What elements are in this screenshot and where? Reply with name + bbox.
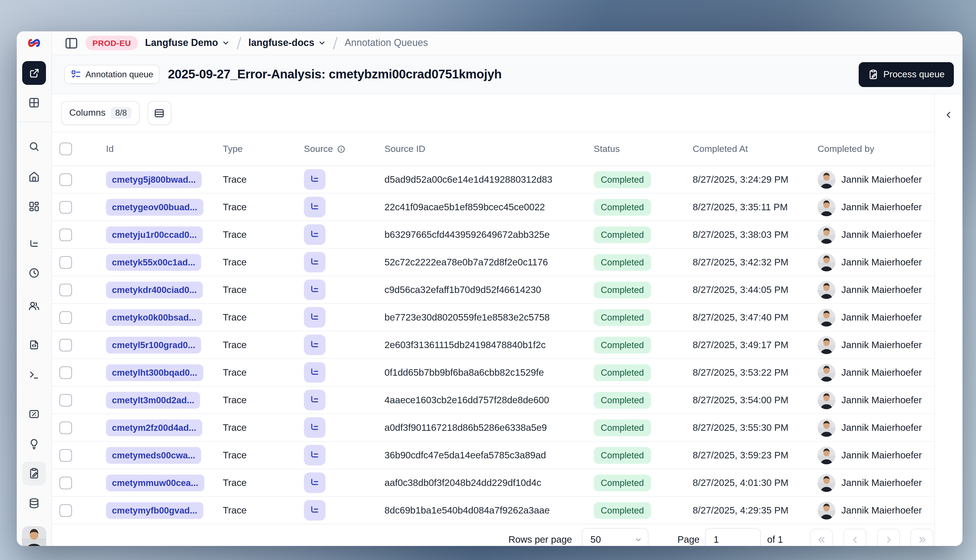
list-tree-icon (309, 395, 320, 405)
row-checkbox[interactable] (60, 283, 72, 296)
sidebar-toggle-button[interactable] (64, 36, 78, 50)
list-tree-icon (309, 477, 320, 488)
chevrons-right-page-button[interactable] (911, 528, 933, 546)
sidebar-item-dashboards[interactable] (22, 195, 46, 218)
row-checkbox[interactable] (60, 256, 72, 268)
collapse-panel-button[interactable] (939, 105, 958, 124)
row-checkbox[interactable] (60, 504, 72, 517)
info-icon[interactable] (337, 145, 345, 153)
row-checkbox[interactable] (60, 338, 72, 351)
source-badge[interactable] (304, 472, 325, 493)
table-row[interactable]: cmetylht300bqad0...Trace0f1dd65b7bb9bf6b… (52, 359, 934, 387)
table-row[interactable]: cmetymmuw00cea...Traceaaf0c38db0f3f2048b… (52, 469, 934, 497)
row-checkbox[interactable] (60, 477, 72, 489)
source-badge[interactable] (304, 417, 325, 438)
source-badge[interactable] (304, 252, 325, 272)
row-checkbox[interactable] (60, 366, 72, 378)
columns-button[interactable]: Columns 8/8 (61, 101, 139, 125)
sidebar-item-tracing[interactable] (22, 232, 46, 256)
clock-icon (28, 267, 40, 279)
environment-badge[interactable]: PROD-EU (85, 36, 138, 50)
lightbulb-icon (28, 438, 40, 450)
langfuse-logo[interactable] (27, 36, 42, 50)
sidebar-item-home[interactable] (22, 165, 46, 188)
row-type: Trace (216, 229, 297, 240)
source-badge[interactable] (304, 280, 325, 300)
row-checkbox[interactable] (60, 394, 72, 406)
chevrons-left-page-button[interactable] (810, 528, 833, 546)
source-badge[interactable] (304, 197, 325, 217)
row-height-button[interactable] (147, 101, 171, 125)
sidebar-item-users[interactable] (22, 294, 46, 318)
table-row[interactable]: cmetyl5r100grad0...Trace2e603f31361115db… (52, 332, 934, 359)
sidebar-item-open-external[interactable] (22, 61, 46, 85)
sidebar-item-annotation-queues[interactable] (22, 462, 46, 485)
sidebar-item-insights[interactable] (22, 432, 46, 456)
row-id-badge[interactable]: cmetymeds00cwa... (106, 447, 201, 463)
table-row[interactable]: cmetyju1r00ccad0...Traceb63297665cfd4439… (52, 221, 934, 248)
table-row[interactable]: cmetykdr400ciad0...Tracec9d56ca32efaff1b… (52, 276, 934, 304)
chevron-right-page-button[interactable] (877, 528, 900, 546)
select-all-checkbox[interactable] (60, 143, 72, 155)
table-row[interactable]: cmetymeds00cwa...Trace36b90cdfc47e5da14e… (52, 442, 934, 469)
table-row[interactable]: cmetyko0k00bsad...Tracebe7723e30d8020559… (52, 304, 934, 332)
list-tree-icon (309, 202, 320, 212)
source-badge[interactable] (304, 169, 325, 190)
source-badge[interactable] (304, 362, 325, 383)
sidebar-item-sessions[interactable] (22, 261, 46, 285)
row-id-badge[interactable]: cmetymyfb00gvad... (106, 502, 203, 518)
breadcrumb-separator (333, 37, 338, 49)
row-id-badge[interactable]: cmetyk55x00c1ad... (106, 254, 201, 270)
table-row[interactable]: cmetymyfb00gvad...Trace8dc69b1ba1e540b4d… (52, 497, 934, 524)
table-row[interactable]: cmetygeov00buad...Trace22c41f09acae5b1ef… (52, 193, 934, 221)
row-type: Trace (216, 394, 297, 406)
source-badge[interactable] (304, 307, 325, 328)
chevron-right-icon (883, 535, 894, 545)
row-checkbox[interactable] (60, 201, 72, 213)
source-badge[interactable] (304, 500, 325, 520)
row-id-badge[interactable]: cmetyju1r00ccad0... (106, 226, 203, 243)
breadcrumb-org[interactable]: Langfuse Demo (145, 37, 230, 48)
table-row[interactable]: cmetym2fz00d4ad...Tracea0df3f901167218d8… (52, 414, 934, 442)
status-badge: Completed (594, 254, 651, 270)
row-checkbox[interactable] (60, 422, 72, 434)
row-id-badge[interactable]: cmetylht300bqad0... (106, 364, 203, 381)
row-source-id: 2e603f31361115db24198478840b1f2c (378, 339, 587, 350)
source-badge[interactable] (304, 445, 325, 465)
sidebar-item-datasets[interactable] (22, 492, 46, 515)
sidebar-item-prompts[interactable] (22, 333, 46, 357)
source-badge[interactable] (304, 390, 325, 410)
row-id-badge[interactable]: cmetygeov00buad... (106, 198, 203, 215)
user-avatar-button[interactable] (22, 526, 46, 546)
page-number-input[interactable]: 1 (705, 528, 761, 546)
sidebar-item-search[interactable] (22, 135, 46, 158)
sidebar-item-evaluation[interactable] (22, 402, 46, 426)
table-row[interactable]: cmetyg5j800bwad...Traced5ad9d52a00c6e14e… (52, 166, 934, 193)
row-id-badge[interactable]: cmetyko0k00bsad... (106, 309, 202, 326)
desktop: PROD-EU Langfuse Demo langfuse-docs Anno… (0, 0, 976, 560)
row-id-badge[interactable]: cmetymmuw00cea... (106, 474, 204, 491)
row-id-badge[interactable]: cmetyl5r100grad0... (106, 337, 201, 353)
row-completed-at: 8/27/2025, 4:29:35 PM (686, 505, 811, 516)
source-badge[interactable] (304, 224, 325, 245)
chevron-left-page-button[interactable] (844, 528, 866, 546)
row-checkbox[interactable] (60, 228, 72, 241)
table-row[interactable]: cmetyk55x00c1ad...Trace52c72c2222ea78e0b… (52, 248, 934, 276)
row-id-badge[interactable]: cmetym2fz00d4ad... (106, 419, 202, 436)
row-checkbox[interactable] (60, 449, 72, 462)
row-completed-at: 8/27/2025, 3:53:22 PM (686, 367, 811, 378)
row-id-badge[interactable]: cmetylt3m00d2ad... (106, 392, 200, 408)
row-id-badge[interactable]: cmetykdr400ciad0... (106, 282, 203, 298)
sidebar-item-grid[interactable] (22, 91, 46, 115)
table-row[interactable]: cmetylt3m00d2ad...Trace4aaece1603cb2e16d… (52, 387, 934, 414)
breadcrumb-page[interactable]: Annotation Queues (345, 37, 428, 48)
source-badge[interactable] (304, 335, 325, 355)
breadcrumb-project[interactable]: langfuse-docs (249, 37, 326, 48)
sidebar-item-playground[interactable] (22, 363, 46, 387)
rows-per-page-select[interactable]: 50 (582, 528, 648, 546)
row-checkbox[interactable] (60, 311, 72, 323)
row-source-id: aaf0c38db0f3f2048b24dd229df10d4c (378, 477, 587, 488)
row-id-badge[interactable]: cmetyg5j800bwad... (106, 171, 202, 188)
process-queue-button[interactable]: Process queue (858, 62, 954, 87)
row-checkbox[interactable] (60, 173, 72, 186)
